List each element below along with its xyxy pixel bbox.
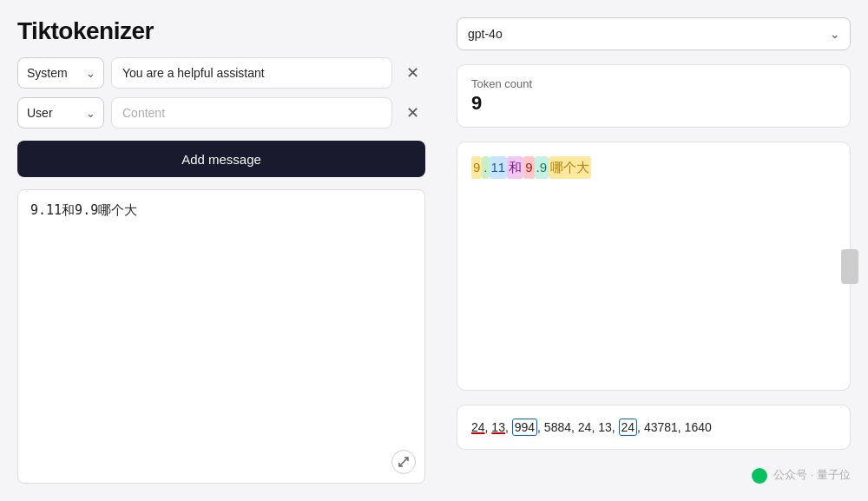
watermark-text: 公众号 · 量子位 — [773, 468, 851, 481]
main-textarea-wrapper: 9.11和9.9哪个大 — [17, 189, 425, 484]
token-3: 11 — [490, 156, 508, 179]
token-id-sep-6: , — [612, 420, 615, 434]
token-id-sep-1: , — [485, 420, 489, 434]
token-id-2: 13 — [491, 420, 505, 434]
token-count-label: Token count — [471, 77, 836, 90]
role-select-system[interactable]: System User Assistant — [17, 57, 104, 89]
token-id-6: 13 — [598, 420, 612, 434]
message-row-user: System User Assistant ✕ — [17, 97, 425, 129]
model-select-wrapper: gpt-4o gpt-4 gpt-3.5-turbo cl100k_base — [457, 17, 851, 50]
scroll-button-right[interactable] — [841, 249, 858, 284]
token-count-box: Token count 9 — [457, 64, 851, 128]
token-4: 和 — [507, 156, 523, 179]
token-id-sep-4: , — [571, 420, 575, 434]
token-1: 9 — [471, 156, 482, 179]
token-id-sep-3: , — [537, 420, 541, 434]
remove-user-message-button[interactable]: ✕ — [399, 100, 425, 126]
token-id-7: 24 — [619, 419, 638, 436]
token-id-5: 24 — [578, 420, 592, 434]
token-id-sep-7: , — [637, 420, 641, 434]
token-id-9: 1640 — [685, 420, 712, 434]
message-row-system: System User Assistant ✕ — [17, 57, 425, 89]
token-ids-box: 24, 13, 994, 5884, 24, 13, 24, 43781, 16… — [457, 405, 851, 450]
token-viz-box: 9 . 11 和 9 .9 哪个大 — [457, 142, 851, 391]
token-id-sep-2: , — [505, 420, 509, 434]
token-text-display: 9 . 11 和 9 .9 哪个大 — [471, 156, 836, 179]
main-textarea[interactable]: 9.11和9.9哪个大 — [18, 190, 424, 483]
token-6: .9 — [535, 156, 549, 179]
model-select[interactable]: gpt-4o gpt-4 gpt-3.5-turbo cl100k_base — [457, 17, 851, 50]
add-message-button[interactable]: Add message — [17, 141, 425, 177]
token-id-sep-8: , — [678, 420, 681, 434]
resize-icon[interactable] — [391, 450, 416, 474]
token-2: . — [482, 156, 489, 179]
token-7: 哪个大 — [549, 156, 591, 179]
role-select-system-wrapper: System User Assistant — [17, 57, 104, 89]
user-message-input[interactable] — [111, 97, 392, 129]
right-panel: gpt-4o gpt-4 gpt-3.5-turbo cl100k_base T… — [443, 0, 868, 501]
token-id-sep-5: , — [591, 420, 595, 434]
left-panel: Tiktokenizer System User Assistant ✕ — [0, 0, 443, 501]
watermark: 公众号 · 量子位 — [457, 464, 851, 484]
token-id-1: 24 — [471, 420, 485, 434]
token-id-8: 43781 — [644, 420, 678, 434]
wechat-icon — [752, 468, 767, 484]
app-title: Tiktokenizer — [17, 17, 425, 45]
role-select-user[interactable]: System User Assistant — [17, 97, 104, 129]
token-5: 9 — [523, 156, 534, 179]
role-select-user-wrapper: System User Assistant — [17, 97, 104, 129]
remove-system-message-button[interactable]: ✕ — [399, 60, 425, 86]
token-id-4: 5884 — [544, 420, 571, 434]
token-ids-text: 24, 13, 994, 5884, 24, 13, 24, 43781, 16… — [471, 418, 836, 437]
system-message-input[interactable] — [111, 57, 392, 89]
token-id-3: 994 — [512, 419, 537, 436]
message-rows: System User Assistant ✕ System User Assi… — [17, 57, 425, 129]
token-count-value: 9 — [471, 92, 836, 115]
